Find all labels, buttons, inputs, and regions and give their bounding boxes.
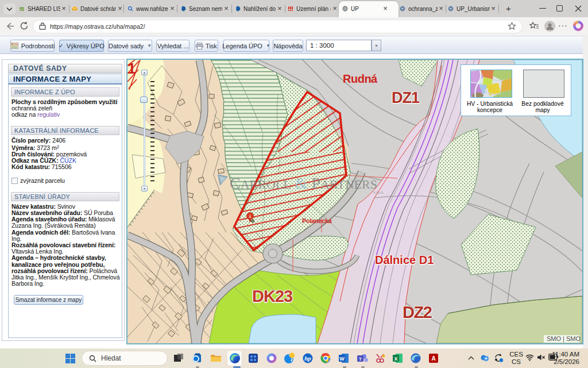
svg-text:CARROLL & PARTNERS: CARROLL & PARTNERS: [230, 174, 377, 192]
svg-text:hp: hp: [304, 355, 311, 362]
svg-text:SMO | SMO: SMO | SMO: [547, 335, 581, 342]
svg-text:W: W: [449, 7, 452, 10]
svg-text:X: X: [394, 356, 397, 362]
svg-text:W: W: [401, 7, 404, 10]
svg-text:S.R.O.: S.R.O.: [373, 190, 384, 195]
svg-text:W: W: [339, 356, 345, 362]
svg-text:T: T: [359, 356, 362, 362]
svg-text:A: A: [431, 355, 435, 362]
